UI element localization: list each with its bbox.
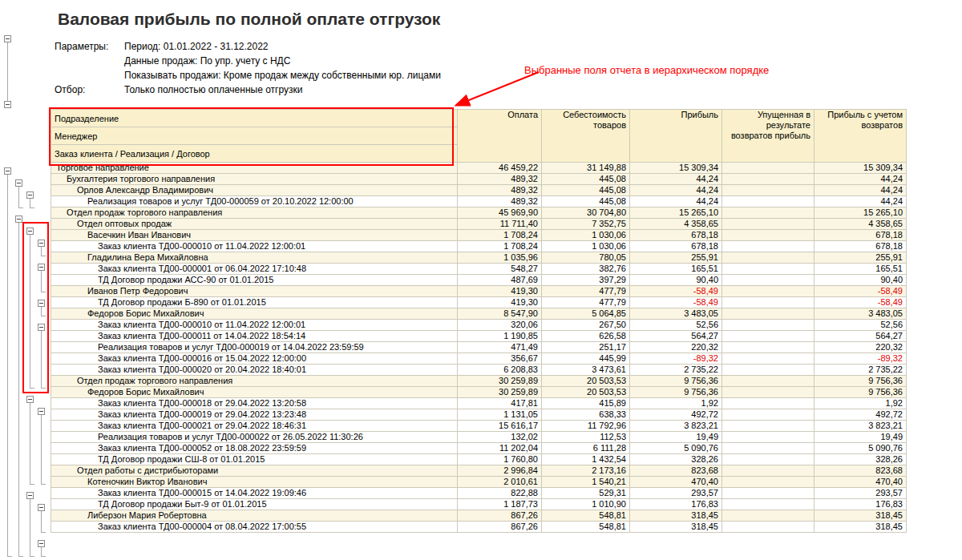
cell-value[interactable]: 15 265,10 (814, 207, 907, 219)
cell-value[interactable]: 44,24 (814, 185, 907, 196)
cell-value[interactable]: 2 996,84 (458, 465, 542, 477)
row-label[interactable]: Орлов Александр Владимирович (51, 185, 458, 196)
row-label[interactable]: Реализация товаров и услуг ТД00-000022 о… (51, 432, 458, 443)
cell-value[interactable]: 626,58 (542, 331, 630, 342)
cell-value[interactable] (722, 196, 814, 207)
cell-value[interactable]: -58,49 (814, 286, 907, 297)
collapse-group-button[interactable] (38, 300, 45, 307)
cell-value[interactable]: 11 711,40 (458, 219, 542, 230)
cell-value[interactable] (722, 320, 814, 331)
cell-value[interactable]: 4 358,65 (630, 219, 722, 230)
cell-value[interactable]: 44,24 (630, 174, 722, 185)
cell-value[interactable]: 9 756,36 (630, 376, 722, 387)
cell-value[interactable]: 445,99 (542, 353, 630, 365)
cell-value[interactable]: 3 483,05 (814, 308, 907, 320)
collapse-group-button[interactable] (4, 167, 11, 175)
cell-value[interactable]: 9 756,36 (814, 387, 907, 398)
row-label[interactable]: Бухгалтерия торгового направления (51, 174, 458, 185)
cell-value[interactable]: 176,83 (630, 499, 722, 510)
cell-value[interactable]: 44,24 (814, 196, 907, 207)
row-label[interactable]: Реализация товаров и услуг ТД00-000019 о… (51, 342, 458, 353)
cell-value[interactable]: 220,32 (630, 342, 722, 353)
col-header-cost[interactable]: Себестоимость товаров (542, 110, 630, 163)
cell-value[interactable]: 293,57 (630, 488, 722, 499)
cell-value[interactable] (722, 308, 814, 320)
cell-value[interactable]: 470,40 (814, 477, 907, 488)
cell-value[interactable]: 415,89 (542, 398, 630, 409)
cell-value[interactable]: 470,40 (630, 477, 722, 488)
cell-value[interactable]: 1 540,21 (542, 477, 630, 488)
cell-value[interactable]: 9 756,36 (630, 387, 722, 398)
cell-value[interactable]: -58,49 (814, 297, 907, 308)
row-header-order[interactable]: Заказ клиента / Реализация / Договор (51, 145, 458, 163)
cell-value[interactable]: 3 473,61 (542, 365, 630, 376)
cell-value[interactable]: 255,91 (814, 252, 907, 264)
cell-value[interactable]: 564,27 (630, 331, 722, 342)
cell-value[interactable] (722, 252, 814, 264)
cell-value[interactable]: 19,49 (630, 432, 722, 443)
cell-value[interactable]: 6 208,83 (458, 365, 542, 376)
row-header-manager[interactable]: Менеджер (51, 127, 458, 145)
cell-value[interactable]: 6 111,28 (542, 443, 630, 454)
cell-value[interactable]: 445,08 (542, 174, 630, 185)
cell-value[interactable]: 823,68 (630, 465, 722, 477)
collapse-header-group-button[interactable] (4, 35, 11, 42)
cell-value[interactable]: 1,92 (630, 398, 722, 409)
col-header-lost-profit[interactable]: Упущенная в результате возвратов прибыль (722, 110, 814, 163)
cell-value[interactable]: 11 202,04 (458, 443, 542, 454)
cell-value[interactable]: 15 265,10 (630, 207, 722, 219)
collapse-group-button[interactable] (38, 324, 45, 331)
collapse-group-button[interactable] (26, 228, 34, 235)
cell-value[interactable]: 267,50 (542, 320, 630, 331)
cell-value[interactable]: 477,79 (542, 286, 630, 297)
cell-value[interactable]: 15 616,17 (458, 421, 542, 432)
row-label[interactable]: Иванов Петр Федорович (51, 286, 458, 297)
cell-value[interactable]: -89,32 (630, 353, 722, 365)
cell-value[interactable]: 3 823,21 (814, 421, 907, 432)
row-label[interactable]: Отдел работы с дистрибьюторами (51, 465, 458, 477)
cell-value[interactable]: 328,26 (630, 454, 722, 465)
cell-value[interactable]: 31 149,88 (542, 163, 630, 174)
cell-value[interactable]: 678,18 (814, 241, 907, 252)
cell-value[interactable]: 132,02 (458, 432, 542, 443)
row-label[interactable]: Васечкин Иван Иванович (51, 230, 458, 241)
cell-value[interactable] (722, 297, 814, 308)
cell-value[interactable]: 251,17 (542, 342, 630, 353)
cell-value[interactable]: 8 547,90 (458, 308, 542, 320)
cell-value[interactable]: 9 756,36 (814, 376, 907, 387)
cell-value[interactable] (722, 230, 814, 241)
row-label[interactable]: Заказ клиента ТД00-000016 от 15.04.2022 … (51, 353, 458, 365)
cell-value[interactable]: 46 459,22 (458, 163, 542, 174)
cell-value[interactable]: 678,18 (630, 241, 722, 252)
cell-value[interactable]: 397,29 (542, 275, 630, 286)
cell-value[interactable]: 529,31 (542, 488, 630, 499)
cell-value[interactable]: 419,30 (458, 286, 542, 297)
cell-value[interactable]: 318,45 (630, 510, 722, 522)
cell-value[interactable]: 1 708,24 (458, 230, 542, 241)
cell-value[interactable]: 328,26 (814, 454, 907, 465)
cell-value[interactable] (722, 488, 814, 499)
collapse-group-button[interactable] (26, 492, 34, 499)
cell-value[interactable]: 15 309,34 (630, 163, 722, 174)
collapse-group-button[interactable] (15, 179, 22, 187)
row-label[interactable]: Отдел продаж торгового направления (51, 376, 458, 387)
cell-value[interactable]: 487,69 (458, 275, 542, 286)
cell-value[interactable]: 382,76 (542, 264, 630, 275)
cell-value[interactable]: 3 823,21 (630, 421, 722, 432)
cell-value[interactable]: 5 090,76 (630, 443, 722, 454)
row-label[interactable]: Заказ клиента ТД00-000052 от 18.08.2022 … (51, 443, 458, 454)
cell-value[interactable]: 417,81 (458, 398, 542, 409)
cell-value[interactable] (722, 241, 814, 252)
collapse-group-button[interactable] (38, 240, 45, 247)
cell-value[interactable]: 780,05 (542, 252, 630, 264)
cell-value[interactable] (722, 432, 814, 443)
row-label[interactable]: Реализация товаров и услуг ТД00-000059 о… (51, 196, 458, 207)
row-label[interactable]: Котеночкин Виктор Иванович (51, 477, 458, 488)
cell-value[interactable]: 548,81 (542, 510, 630, 522)
cell-value[interactable] (722, 465, 814, 477)
cell-value[interactable] (722, 499, 814, 510)
row-label[interactable]: ТД Договор продажи АСС-90 от 01.01.2015 (51, 275, 458, 286)
row-header-division[interactable]: Подразделение (51, 110, 458, 127)
cell-value[interactable]: 2 173,16 (542, 465, 630, 477)
col-header-profit-with-returns[interactable]: Прибыль с учетом возвратов (814, 110, 907, 163)
